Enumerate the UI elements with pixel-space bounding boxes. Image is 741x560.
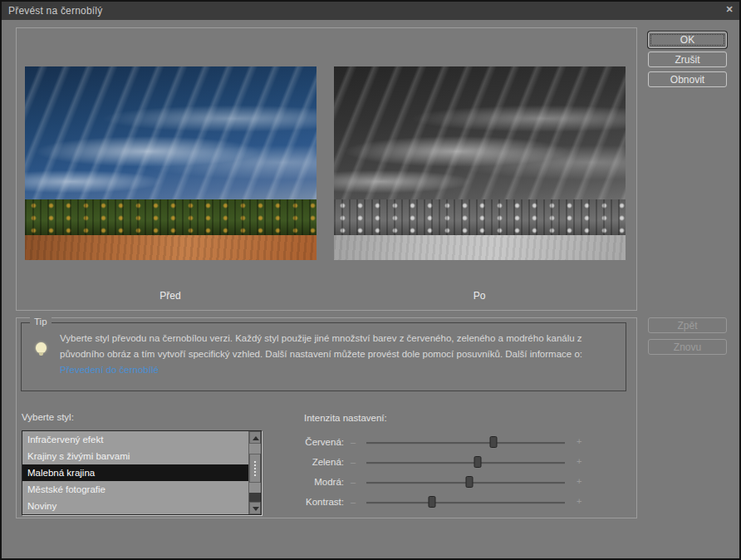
plus-icon[interactable]: + (577, 496, 582, 506)
scroll-down-button[interactable] (249, 502, 261, 514)
style-list-item[interactable]: Noviny (22, 498, 249, 514)
after-label: Po (454, 290, 504, 302)
slider-label: Kontrast: (292, 497, 344, 507)
style-items: Infračervený efektKrajiny s živými barva… (22, 431, 249, 514)
slider-track[interactable] (366, 462, 565, 464)
arrow-down-icon (253, 507, 259, 511)
slider-label: Modrá: (292, 477, 344, 487)
slider-row: Modrá: – + (292, 474, 585, 491)
slider-track[interactable] (366, 442, 565, 445)
scrollbar-thumb[interactable] (249, 454, 261, 483)
style-list[interactable]: Infračervený efektKrajiny s živými barva… (22, 430, 262, 515)
redo-button[interactable]: Znovu (648, 339, 727, 355)
scroll-up-button[interactable] (249, 431, 261, 444)
slider-thumb[interactable] (428, 496, 435, 508)
slider-track[interactable] (366, 502, 565, 504)
arrow-up-icon (253, 436, 259, 440)
title-bar[interactable]: Převést na černobílý (2, 2, 739, 20)
style-list-label: Vyberte styl: (22, 412, 74, 422)
plus-icon[interactable]: + (577, 436, 582, 446)
before-trees (25, 199, 317, 238)
convert-to-bw-dialog: Převést na černobílý ✕ Před Po OK Zrušit… (0, 0, 741, 560)
minus-icon[interactable]: – (351, 457, 356, 467)
style-list-item[interactable]: Infračervený efekt (22, 431, 249, 448)
slider-row: Kontrast: – + (292, 494, 585, 511)
before-field (25, 235, 317, 260)
minus-icon[interactable]: – (351, 437, 356, 447)
after-sky (334, 66, 626, 204)
before-label: Před (145, 290, 195, 302)
slider-thumb[interactable] (489, 436, 497, 448)
after-field (334, 235, 626, 260)
minus-icon[interactable]: – (351, 477, 356, 487)
style-list-item[interactable]: Městské fotografie (22, 481, 249, 498)
before-sky (25, 66, 317, 204)
scrollbar-grip-icon (253, 460, 258, 476)
slider-thumb[interactable] (466, 476, 474, 488)
undo-button[interactable]: Zpět (648, 317, 727, 333)
preview-panel: Před Po (16, 27, 637, 311)
plus-icon[interactable]: + (577, 456, 582, 466)
tip-legend: Tip (30, 317, 52, 327)
tip-text: Vyberte styl převodu na černobílou verzi… (60, 331, 620, 378)
plus-icon[interactable]: + (577, 476, 582, 486)
slider-thumb[interactable] (474, 456, 481, 468)
after-image (334, 66, 626, 260)
minus-icon[interactable]: – (351, 497, 356, 507)
ok-button[interactable]: OK (648, 32, 727, 48)
lightbulb-icon (36, 342, 47, 353)
tip-body: Vyberte styl převodu na černobílou verzi… (60, 333, 582, 359)
style-list-scrollbar[interactable] (248, 431, 261, 514)
slider-label: Červená: (292, 437, 344, 447)
cancel-button[interactable]: Zrušit (648, 52, 727, 67)
tip-groupbox: Tip Vyberte styl převodu na černobílou v… (21, 322, 626, 391)
style-list-item[interactable]: Malebná krajina (22, 464, 249, 481)
after-trees (334, 199, 626, 238)
slider-row: Zelená: – + (292, 454, 585, 471)
reset-button[interactable]: Obnovit (648, 71, 727, 87)
close-icon[interactable]: ✕ (723, 2, 736, 16)
slider-label: Zelená: (292, 457, 344, 467)
bw-conversion-link[interactable]: Převedení do černobílé (60, 362, 620, 378)
slider-row: Červená: – + (292, 435, 585, 451)
intensity-label: Intenzita nastavení: (304, 413, 387, 423)
window-title: Převést na černobílý (2, 5, 102, 17)
slider-track[interactable] (366, 482, 565, 484)
before-image (25, 66, 317, 260)
scrollbar-page-region[interactable] (249, 493, 261, 502)
style-list-item[interactable]: Krajiny s živými barvami (22, 448, 249, 464)
